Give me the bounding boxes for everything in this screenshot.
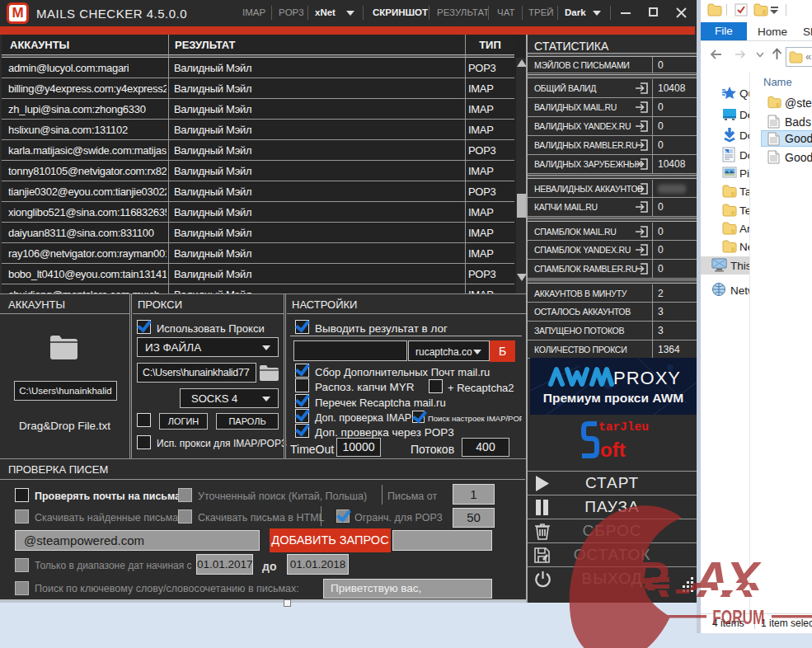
svg-text:PROXY: PROXY — [613, 368, 681, 388]
svg-text:Премиум прокси AWM: Премиум прокси AWM — [543, 391, 683, 405]
svg-text:tarJleu: tarJleu — [598, 420, 649, 434]
svg-text:oft: oft — [600, 439, 626, 461]
